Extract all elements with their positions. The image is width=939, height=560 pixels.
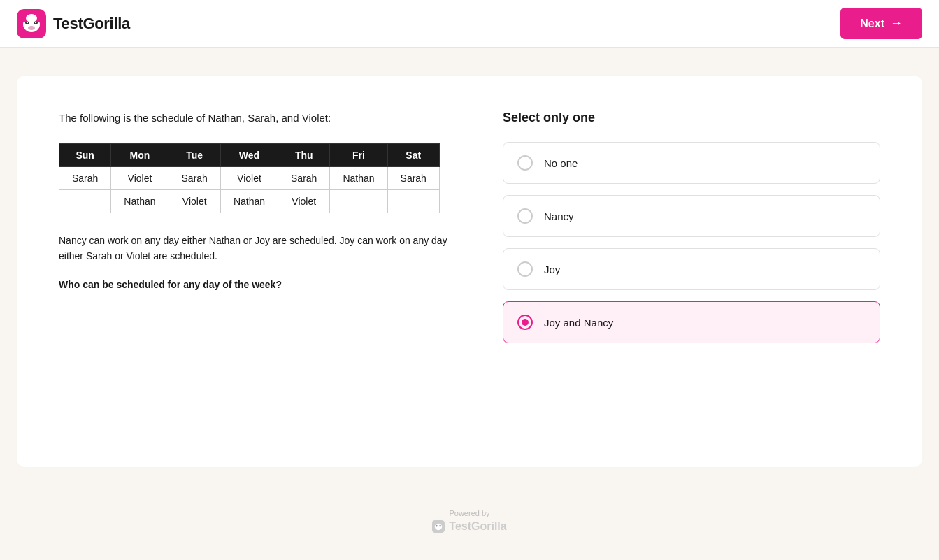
- option-joy[interactable]: Joy: [503, 248, 880, 290]
- schedule-cell: Violet: [278, 189, 330, 213]
- right-panel: Select only one No oneNancyJoyJoy and Na…: [503, 110, 880, 432]
- schedule-header-row: SunMonTueWedThuFriSat: [59, 143, 440, 166]
- schedule-cell: Violet: [220, 166, 278, 189]
- schedule-cell: Sarah: [387, 166, 439, 189]
- radio-nancy: [517, 208, 533, 224]
- logo-text: TestGorilla: [53, 15, 130, 33]
- schedule-header-cell: Fri: [330, 143, 387, 166]
- svg-point-12: [436, 525, 438, 527]
- schedule-cell: Nathan: [330, 166, 387, 189]
- option-label-joy-and-nancy: Joy and Nancy: [544, 317, 613, 329]
- option-no-one[interactable]: No one: [503, 142, 880, 184]
- schedule-cell: Violet: [111, 166, 169, 189]
- select-label: Select only one: [503, 110, 880, 125]
- options-container: No oneNancyJoyJoy and Nancy: [503, 142, 880, 343]
- schedule-cell: [59, 189, 111, 213]
- option-label-joy: Joy: [544, 264, 560, 275]
- header: TestGorilla Next →: [0, 0, 939, 48]
- footer-powered-text: Powered by: [449, 509, 489, 517]
- next-button-label: Next: [860, 17, 884, 30]
- schedule-cell: [387, 189, 439, 213]
- schedule-cell: Sarah: [59, 166, 111, 189]
- svg-point-13: [440, 525, 442, 527]
- logo-area: TestGorilla: [17, 9, 130, 38]
- question-card: The following is the schedule of Nathan,…: [17, 76, 922, 467]
- radio-inner: [522, 319, 529, 326]
- schedule-cell: Sarah: [278, 166, 330, 189]
- main-content: The following is the schedule of Nathan,…: [0, 48, 939, 495]
- option-label-no-one: No one: [544, 157, 578, 169]
- schedule-cell: Sarah: [169, 166, 220, 189]
- footer-logo: Powered by TestGorilla: [14, 509, 925, 533]
- option-nancy[interactable]: Nancy: [503, 195, 880, 237]
- info-text: Nancy can work on any day either Nathan …: [59, 233, 461, 264]
- next-button[interactable]: Next →: [840, 8, 922, 39]
- schedule-cell: Violet: [169, 189, 220, 213]
- schedule-table: SunMonTueWedThuFriSat SarahVioletSarahVi…: [59, 143, 440, 213]
- intro-text: The following is the schedule of Nathan,…: [59, 110, 461, 127]
- svg-point-6: [28, 26, 35, 30]
- schedule-body: SarahVioletSarahVioletSarahNathanSarahNa…: [59, 166, 440, 213]
- left-panel: The following is the schedule of Nathan,…: [59, 110, 461, 432]
- question-bold: Who can be scheduled for any day of the …: [59, 278, 461, 292]
- schedule-cell: Nathan: [220, 189, 278, 213]
- radio-joy: [517, 261, 533, 277]
- footer: Powered by TestGorilla: [0, 495, 939, 547]
- schedule-header-cell: Sun: [59, 143, 111, 166]
- footer-brand-text: TestGorilla: [449, 520, 506, 533]
- schedule-header-cell: Mon: [111, 143, 169, 166]
- option-label-nancy: Nancy: [544, 210, 574, 222]
- schedule-header-cell: Tue: [169, 143, 220, 166]
- testgorilla-logo-icon: [17, 9, 46, 38]
- radio-joy-and-nancy: [517, 315, 533, 330]
- svg-point-9: [26, 14, 37, 22]
- option-joy-and-nancy[interactable]: Joy and Nancy: [503, 301, 880, 343]
- schedule-header-cell: Thu: [278, 143, 330, 166]
- footer-brand: TestGorilla: [432, 520, 506, 533]
- next-arrow-icon: →: [890, 16, 903, 31]
- schedule-row: NathanVioletNathanViolet: [59, 189, 440, 213]
- footer-logo-icon: [432, 520, 445, 533]
- svg-point-11: [435, 524, 442, 530]
- schedule-header-cell: Sat: [387, 143, 439, 166]
- schedule-row: SarahVioletSarahVioletSarahNathanSarah: [59, 166, 440, 189]
- radio-no-one: [517, 155, 533, 171]
- schedule-cell: Nathan: [111, 189, 169, 213]
- schedule-cell: [330, 189, 387, 213]
- schedule-header-cell: Wed: [220, 143, 278, 166]
